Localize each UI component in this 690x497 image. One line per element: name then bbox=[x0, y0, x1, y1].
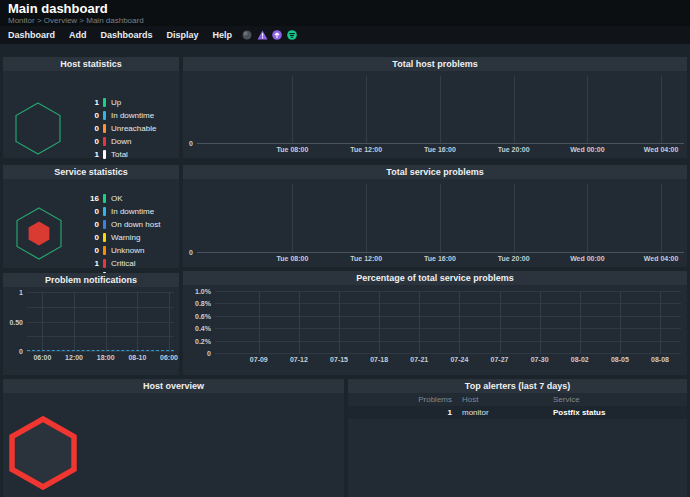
warning-color-swatch bbox=[103, 233, 106, 242]
legend-item-in-downtime[interactable]: 0In downtime bbox=[73, 205, 160, 218]
top-alerters-header-row: Problems Host Service bbox=[348, 393, 687, 406]
host-statistics-title[interactable]: Host statistics bbox=[3, 57, 179, 71]
panel-total-host-problems: Total host problems Tue 08:00Tue 12:00Tu… bbox=[183, 57, 687, 158]
menu-dashboards[interactable]: Dashboards bbox=[101, 30, 153, 40]
service-statistics-title[interactable]: Service statistics bbox=[3, 165, 179, 179]
total-host-problems-chart: Tue 08:00Tue 12:00Tue 16:00Tue 20:00Wed … bbox=[197, 76, 684, 144]
host-state-hexagon[interactable] bbox=[15, 102, 61, 155]
critical-color-swatch bbox=[103, 259, 106, 268]
menu-icon-group bbox=[242, 30, 297, 40]
breadcrumb[interactable]: Monitor > Overview > Main dashboard bbox=[8, 16, 144, 25]
down-color-swatch bbox=[103, 137, 106, 146]
total-service-problems-title[interactable]: Total service problems bbox=[183, 165, 687, 179]
panel-top-alerters: Top alerters (last 7 days) Problems Host… bbox=[348, 379, 687, 497]
sphere-icon[interactable] bbox=[242, 30, 252, 40]
legend-item-down[interactable]: 0Down bbox=[73, 135, 156, 148]
problem-notifications-chart: 06:0012:0018:0008-1006:0010.500 bbox=[27, 292, 174, 351]
host-overview-hexagon[interactable] bbox=[9, 416, 77, 490]
up-color-swatch bbox=[103, 98, 106, 107]
legend-item-on-down-host[interactable]: 0On down host bbox=[73, 218, 160, 231]
menu-add[interactable]: Add bbox=[69, 30, 87, 40]
panel-host-statistics: Host statistics 1Up 0In downtime 0Unreac… bbox=[3, 57, 179, 158]
service-statistics-legend: 16OK 0In downtime 0On down host 0Warning… bbox=[73, 192, 160, 283]
menu-display[interactable]: Display bbox=[167, 30, 199, 40]
percentage-service-problems-title[interactable]: Percentage of total service problems bbox=[183, 271, 687, 285]
menu-dashboard[interactable]: Dashboard bbox=[8, 30, 55, 40]
up-arrow-icon[interactable] bbox=[272, 30, 282, 40]
legend-item-warning[interactable]: 0Warning bbox=[73, 231, 160, 244]
panel-problem-notifications: Problem notifications 06:0012:0018:0008-… bbox=[3, 273, 179, 375]
legend-item-total[interactable]: 1Total bbox=[73, 148, 156, 161]
percentage-service-problems-chart: 07-0907-1207-1507-1807-2107-2407-2707-30… bbox=[215, 291, 681, 353]
total-color-swatch bbox=[103, 150, 106, 159]
warning-triangle-icon[interactable] bbox=[257, 30, 267, 40]
legend-item-ok[interactable]: 16OK bbox=[73, 192, 160, 205]
panel-service-statistics: Service statistics 16OK 0In downtime 0On… bbox=[3, 165, 179, 268]
legend-item-up[interactable]: 1Up bbox=[73, 96, 156, 109]
legend-item-critical[interactable]: 1Critical bbox=[73, 257, 160, 270]
filter-icon[interactable] bbox=[287, 30, 297, 40]
panel-total-service-problems: Total service problems Tue 08:00Tue 12:0… bbox=[183, 165, 687, 267]
column-header-host[interactable]: Host bbox=[452, 395, 543, 404]
host-statistics-legend: 1Up 0In downtime 0Unreachable 0Down 1Tot… bbox=[73, 96, 156, 161]
downtime-color-swatch bbox=[103, 207, 106, 216]
problem-notifications-title[interactable]: Problem notifications bbox=[3, 273, 179, 287]
total-service-problems-chart: Tue 08:00Tue 12:00Tue 16:00Tue 20:00Wed … bbox=[197, 184, 684, 253]
table-row: 1 monitor Postfix status bbox=[348, 406, 687, 419]
column-header-service[interactable]: Service bbox=[543, 395, 687, 404]
legend-item-in-downtime[interactable]: 0In downtime bbox=[73, 109, 156, 122]
unreachable-color-swatch bbox=[103, 124, 106, 133]
panel-host-overview: Host overview bbox=[3, 379, 344, 497]
legend-item-unknown[interactable]: 0Unknown bbox=[73, 244, 160, 257]
menu-bar: Dashboard Add Dashboards Display Help bbox=[0, 26, 690, 44]
alerter-service-link[interactable]: Postfix status bbox=[543, 408, 687, 417]
downtime-color-swatch bbox=[103, 111, 106, 120]
critical-inner-hexagon bbox=[29, 222, 50, 246]
host-overview-title[interactable]: Host overview bbox=[3, 379, 344, 393]
alerter-host-link[interactable]: monitor bbox=[452, 408, 543, 417]
page-title: Main dashboard bbox=[8, 1, 108, 16]
panel-percentage-service-problems: Percentage of total service problems 07-… bbox=[183, 271, 687, 375]
total-host-problems-title[interactable]: Total host problems bbox=[183, 57, 687, 71]
column-header-problems[interactable]: Problems bbox=[348, 395, 452, 404]
top-header: Main dashboard Monitor > Overview > Main… bbox=[0, 0, 690, 26]
top-alerters-title[interactable]: Top alerters (last 7 days) bbox=[348, 379, 687, 393]
ok-color-swatch bbox=[103, 194, 106, 203]
legend-item-unreachable[interactable]: 0Unreachable bbox=[73, 122, 156, 135]
alerter-problem-count: 1 bbox=[348, 408, 452, 417]
on-down-host-color-swatch bbox=[103, 220, 106, 229]
menu-help[interactable]: Help bbox=[213, 30, 233, 40]
service-state-hexagon[interactable] bbox=[16, 207, 62, 260]
unknown-color-swatch bbox=[103, 246, 106, 255]
